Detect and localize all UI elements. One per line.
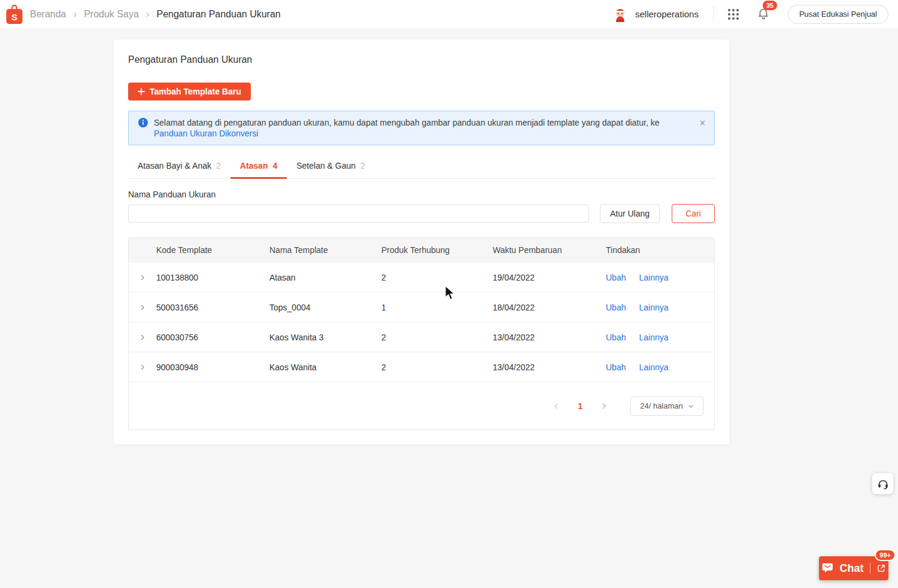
add-template-button[interactable]: Tambah Template Baru: [128, 83, 251, 100]
edit-link[interactable]: Ubah: [606, 303, 626, 312]
chat-button[interactable]: Chat 99+: [819, 556, 888, 580]
linked-products-count: 2: [381, 273, 493, 282]
converted-size-guide-link[interactable]: Panduan Ukuran Dikonversi: [154, 129, 258, 138]
page-title: Pengaturan Panduan Ukuran: [128, 54, 715, 66]
more-link[interactable]: Lainnya: [639, 273, 668, 282]
linked-products-count: 2: [381, 362, 493, 372]
avatar[interactable]: [611, 5, 629, 23]
table-row: 600030756 Kaos Wanita 3 2 13/04/2022 Uba…: [129, 322, 714, 352]
breadcrumb-separator-icon: ›: [74, 8, 77, 20]
current-page-number: 1: [578, 401, 583, 411]
shopee-logo-icon[interactable]: S: [5, 4, 24, 25]
templates-table: Kode Template Nama Template Produk Terhu…: [128, 237, 715, 430]
breadcrumb: S Beranda › Produk Saya › Pengaturan Pan…: [5, 4, 281, 25]
updated-date: 19/04/2022: [493, 273, 606, 282]
template-code: 900030948: [156, 362, 269, 372]
search-field-label: Nama Panduan Ukuran: [128, 190, 715, 199]
notification-count-badge: 35: [763, 1, 777, 10]
header-divider: [713, 7, 714, 22]
chat-bubble-icon: [822, 562, 835, 574]
tab-setelan-gaun[interactable]: Setelan & Gaun 2: [287, 153, 375, 178]
column-header-actions: Tindakan: [606, 245, 714, 255]
page-size-value: 24/ halaman: [640, 401, 683, 410]
chat-button-label: Chat: [840, 562, 864, 575]
more-link[interactable]: Lainnya: [639, 303, 668, 312]
expand-row-icon[interactable]: [129, 274, 156, 281]
column-header-name: Nama Template: [269, 245, 381, 255]
column-header-code: Kode Template: [156, 245, 269, 255]
template-name: Kaos Wanita 3: [269, 333, 381, 342]
edit-link[interactable]: Ubah: [606, 362, 626, 372]
template-name: Atasan: [269, 273, 381, 282]
size-guide-settings-card: Pengaturan Panduan Ukuran Tambah Templat…: [114, 39, 729, 444]
breadcrumb-separator-icon: ›: [146, 8, 150, 20]
next-page-icon[interactable]: [600, 403, 608, 410]
column-header-updated: Waktu Pembaruan: [493, 245, 606, 255]
reset-button[interactable]: Atur Ulang: [600, 204, 660, 223]
support-headset-button[interactable]: [872, 473, 893, 494]
info-icon: [138, 118, 148, 127]
table-footer: 1 24/ halaman: [129, 382, 714, 429]
welcome-info-banner: Selamat datang di pengaturan panduan uku…: [128, 111, 715, 145]
linked-products-count: 2: [381, 333, 493, 342]
expand-row-icon[interactable]: [129, 334, 156, 341]
open-in-new-icon: [876, 563, 886, 573]
tab-atasan[interactable]: Atasan 4: [230, 153, 287, 178]
template-name: Tops_0004: [269, 303, 381, 312]
expand-row-icon[interactable]: [129, 364, 156, 371]
svg-text:S: S: [11, 11, 17, 22]
table-row: 100138800 Atasan 2 19/04/2022 Ubah Lainn…: [129, 262, 714, 292]
table-row: 900030948 Kaos Wanita 2 13/04/2022 Ubah …: [129, 352, 714, 382]
add-template-button-label: Tambah Template Baru: [150, 87, 241, 96]
updated-date: 18/04/2022: [493, 303, 606, 312]
breadcrumb-item-my-products[interactable]: Produk Saya: [84, 9, 139, 20]
template-code: 600030756: [156, 333, 269, 342]
expand-row-icon[interactable]: [129, 304, 156, 311]
pagination: 1: [553, 401, 608, 411]
banner-text: Selamat datang di pengaturan panduan uku…: [154, 118, 660, 127]
top-navigation-bar: S Beranda › Produk Saya › Pengaturan Pan…: [0, 0, 898, 28]
chevron-down-icon: [688, 403, 694, 409]
tab-atasan-bayi-anak[interactable]: Atasan Bayi & Anak 2: [128, 153, 230, 178]
notification-bell-icon[interactable]: 35: [757, 7, 770, 22]
linked-products-count: 1: [381, 303, 493, 312]
updated-date: 13/04/2022: [493, 362, 606, 372]
table-header-row: Kode Template Nama Template Produk Terhu…: [129, 238, 714, 262]
search-button[interactable]: Cari: [672, 204, 715, 223]
template-code: 500031656: [156, 303, 269, 312]
category-tabs: Atasan Bayi & Anak 2 Atasan 4 Setelan & …: [128, 153, 715, 179]
chat-divider: [870, 563, 870, 574]
template-code: 100138800: [156, 273, 269, 282]
edit-link[interactable]: Ubah: [606, 273, 626, 282]
size-guide-name-input[interactable]: [128, 205, 589, 223]
table-row: 500031656 Tops_0004 1 18/04/2022 Ubah La…: [129, 292, 714, 322]
breadcrumb-item-home[interactable]: Beranda: [30, 9, 66, 20]
previous-page-icon[interactable]: [553, 403, 560, 410]
headset-icon: [876, 477, 890, 490]
username[interactable]: selleroperations: [635, 9, 699, 19]
banner-close-icon[interactable]: ✕: [699, 118, 706, 129]
apps-grid-icon[interactable]: [728, 9, 739, 20]
more-link[interactable]: Lainnya: [639, 333, 668, 342]
template-name: Kaos Wanita: [269, 362, 381, 372]
seller-education-button[interactable]: Pusat Edukasi Penjual: [788, 5, 888, 24]
plus-icon: [138, 88, 145, 95]
updated-date: 13/04/2022: [493, 333, 606, 342]
column-header-products: Produk Terhubung: [381, 245, 493, 255]
breadcrumb-item-current: Pengaturan Panduan Ukuran: [156, 9, 280, 20]
page-size-select[interactable]: 24/ halaman: [630, 397, 703, 416]
chat-unread-badge: 99+: [875, 549, 896, 561]
edit-link[interactable]: Ubah: [606, 333, 626, 342]
more-link[interactable]: Lainnya: [639, 362, 668, 372]
